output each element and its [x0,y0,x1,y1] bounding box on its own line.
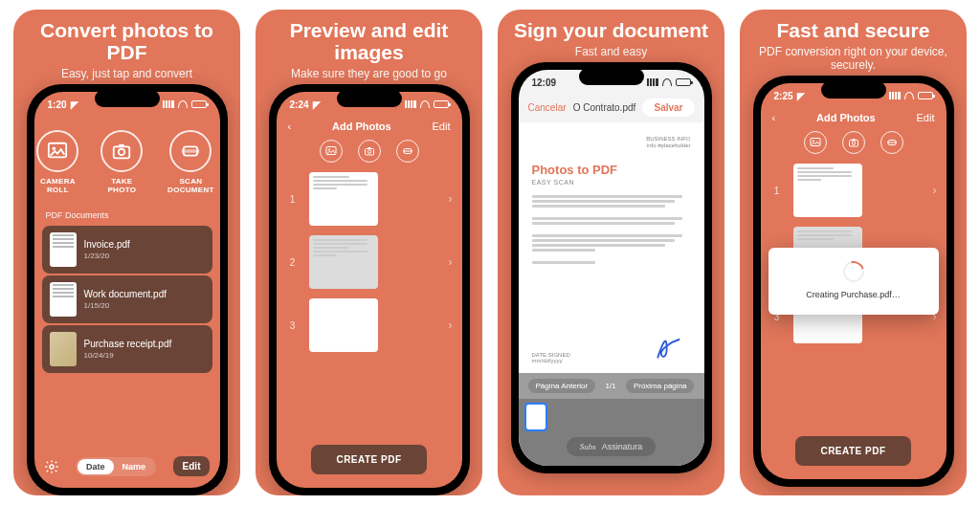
panel-title: Convert photos to PDF [25,19,229,63]
battery-icon [918,92,933,99]
action-circles: CAMERA ROLL TAKE PHOTO SCAN DOCUMENT [34,130,220,195]
create-pdf-button[interactable]: CREATE PDF [795,436,910,466]
page-thumb[interactable] [526,405,546,429]
phone-frame: 12:09 Cancelar O Contrato.pdf Salvar BUS… [511,62,712,473]
signature-toolbar: Subs Assinatura [519,431,704,466]
doc-heading: Photos to PDF [532,163,691,177]
photo-item[interactable]: 2 › [286,235,453,289]
sort-segment[interactable]: Date Name [76,457,156,476]
doc-paragraph [532,195,691,208]
cancel-button[interactable]: Cancelar [528,102,567,113]
document-canvas[interactable]: BUSINESS INFO info #placeholder Photos t… [519,122,704,373]
loading-message: Creating Purchase.pdf… [806,290,901,299]
photo-thumb [309,172,378,226]
scan-icon [180,141,201,162]
panel-sign: Sign your document Fast and easy 12:09 C… [498,10,724,495]
document-row[interactable]: Work document.pdf 1/15/20 [42,275,212,323]
create-pdf-button[interactable]: CREATE PDF [311,445,426,474]
document-thumb [50,282,77,317]
camera-roll-button[interactable]: CAMERA ROLL [34,130,82,195]
document-row[interactable]: Purchase receipt.pdf 10/24/19 [42,325,212,373]
signature-area: DATE SIGNED mm/dd/yyyy [532,333,691,363]
document-row[interactable]: Invoice.pdf 1/23/20 [42,226,212,274]
action-label: CAMERA ROLL [34,178,82,195]
scan-mini[interactable] [396,140,419,163]
doc-meta-line: BUSINESS INFO [532,136,691,143]
filename-label: O Contrato.pdf [573,102,636,113]
date-sub: mm/dd/yyyy [532,358,570,363]
location-icon: ◤ [797,91,805,101]
page-thumbs [519,399,704,433]
signal-icon [405,100,416,108]
wifi-icon [420,100,430,108]
scan-icon [886,137,898,148]
doc-paragraph [532,234,691,252]
panel-title: Fast and secure [751,19,955,41]
document-thumb [50,332,77,366]
back-button[interactable]: ‹ [772,112,776,123]
sort-name[interactable]: Name [114,459,155,474]
panel-header: Fast and secure PDF conversion right on … [740,10,967,76]
status-time: 1:20 [48,99,67,110]
image-icon [810,137,821,148]
panel-header: Sign your document Fast and easy [502,10,720,62]
wifi-icon [662,78,672,86]
nav-bar: ‹ Add Photos Edit [761,108,947,125]
signature-button[interactable]: Subs Assinatura [567,437,657,456]
loading-overlay: Creating Purchase.pdf… [768,248,939,315]
photo-item[interactable]: 1 › [770,164,937,217]
phone-frame: 2:24◤ ‹ Add Photos Edit 1 › 2 [269,84,470,495]
document-date: 1/23/20 [84,252,205,260]
chevron-right-icon: › [449,192,453,206]
take-photo-mini[interactable] [842,131,865,154]
nav-title: Add Photos [332,121,391,132]
camera-roll-mini[interactable] [804,131,827,154]
status-time: 2:24 [290,99,309,110]
camera-icon [111,141,132,162]
camera-roll-mini[interactable] [320,140,343,163]
signal-icon [647,78,658,86]
doc-paragraph [532,217,691,225]
phone-frame: 2:25◤ ‹ Add Photos Edit 1 › 2 [753,76,954,487]
document-name: Work document.pdf [84,289,205,299]
status-time: 12:09 [532,77,557,88]
photo-item[interactable]: 3 › [286,298,453,352]
pager-bar: Página Anterior 1/1 Próxima página [519,373,704,399]
edit-button[interactable]: Edit [433,121,451,132]
edit-button[interactable]: Edit [173,456,211,476]
item-index: 3 [286,320,300,331]
document-name: Purchase receipt.pdf [84,339,205,349]
bottom-bar: Date Name Edit [34,449,220,488]
take-photo-mini[interactable] [358,140,381,163]
notch [579,68,644,85]
panel-subtitle: Easy, just tap and convert [25,67,229,80]
save-button[interactable]: Salvar [642,99,694,117]
panel-subtitle: Make sure they are good to go [267,67,471,80]
sort-date[interactable]: Date [78,459,114,474]
nav-bar: Cancelar O Contrato.pdf Salvar [519,95,704,122]
battery-icon [191,100,207,108]
take-photo-button[interactable]: TAKE PHOTO [100,130,143,195]
date-block: DATE SIGNED mm/dd/yyyy [532,352,570,363]
panel-convert: Convert photos to PDF Easy, just tap and… [13,10,240,495]
nav-bar: ‹ Add Photos Edit [277,117,462,134]
scan-document-button[interactable]: SCAN DOCUMENT [162,130,219,195]
spinner-icon [838,257,867,286]
next-page-button[interactable]: Próxima página [626,379,695,393]
prev-page-button[interactable]: Página Anterior [528,379,596,393]
photo-list: 1 › 2 › 3 › [277,168,462,437]
page-count: 1/1 [605,382,615,390]
section-header: PDF Documents [34,199,220,226]
settings-icon[interactable] [44,459,59,474]
handwritten-signature[interactable] [647,333,691,363]
edit-button[interactable]: Edit [917,112,935,123]
scan-mini[interactable] [880,131,903,154]
wifi-icon [178,100,188,108]
action-label: TAKE PHOTO [100,178,143,195]
back-button[interactable]: ‹ [288,121,292,132]
panel-header: Preview and edit images Make sure they a… [256,10,482,84]
doc-paragraph [532,261,691,264]
photo-item[interactable]: 1 › [286,172,453,226]
document-thumb [50,232,77,267]
location-icon: ◤ [71,99,78,110]
